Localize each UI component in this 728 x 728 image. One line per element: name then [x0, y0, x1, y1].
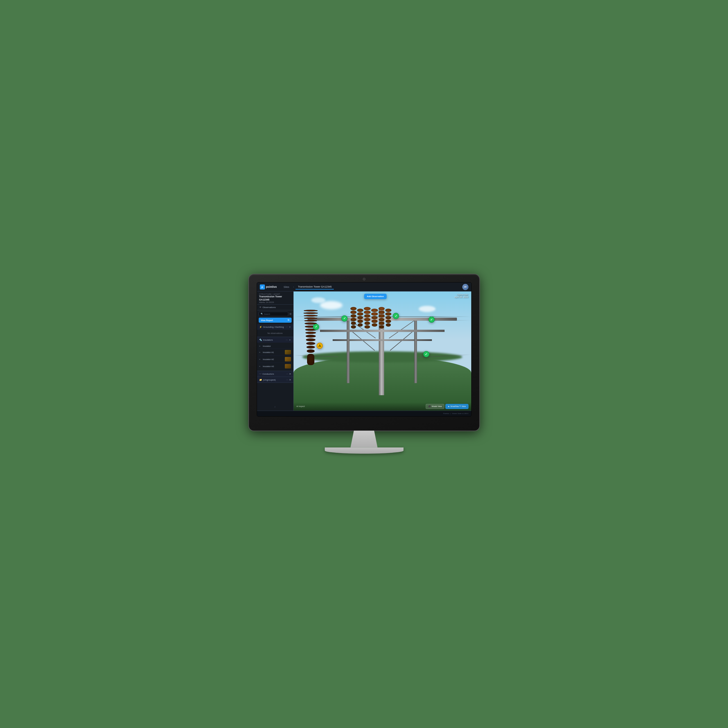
section-ungrouped-title: (Ungrouped): [263, 379, 286, 381]
viewport[interactable]: ✓ ✓ ⚠ ✓ ✓ ✓ Add Observation C: [294, 292, 471, 411]
smartnav-view-button[interactable]: ◈ SmartNav™ View: [445, 404, 468, 409]
section-ungrouped-header[interactable]: 📁 (Ungrouped) ··· ▶: [257, 377, 293, 382]
obs-marker-1[interactable]: ✓: [313, 324, 319, 330]
tower-scene: [294, 292, 471, 411]
model-view-button[interactable]: ⬛ Model View: [426, 404, 444, 409]
insulator-left: [302, 309, 323, 366]
section-insulators-header[interactable]: 🔩 Insulators ··· ▼: [257, 337, 293, 343]
section-insulators-body: ≡ Insulator ≡ Insulator A1 ≡: [257, 343, 293, 371]
section-grounding-actions[interactable]: ···: [286, 326, 288, 328]
obs-marker-warning[interactable]: ⚠: [317, 343, 323, 349]
obs-marker-4[interactable]: ✓: [429, 317, 435, 323]
section-ungrouped-icon: 📁: [259, 379, 262, 381]
section-grounding-body: No observations: [257, 330, 293, 337]
obs-marker-5[interactable]: ✓: [423, 351, 429, 357]
viewport-background: ✓ ✓ ⚠ ✓ ✓ ✓: [294, 292, 471, 411]
logo-icon: p: [260, 284, 265, 289]
observations-icon: 👁: [259, 306, 262, 309]
section-conductors-header[interactable]: 〰 Conductors ··· ▶: [257, 371, 293, 377]
view-report-label: View Report: [261, 319, 273, 321]
section-grounding-title: Grounding / Earthing: [263, 326, 286, 328]
screen: p pointivo Sites › Transmission Tower GA…: [257, 282, 472, 416]
section-insulators-icon: 🔩: [259, 339, 262, 341]
section-grounding-icon: ⚡: [259, 326, 262, 328]
tower-member-2: [414, 318, 417, 383]
sidebar-collapse[interactable]: ‹: [257, 403, 293, 411]
list-item-icon: ≡: [259, 366, 262, 367]
nav-current-tab[interactable]: Transmission Tower GA12345: [296, 284, 334, 289]
list-item-icon: ≡: [259, 358, 262, 360]
section-grounding-chevron: ▼: [289, 326, 291, 328]
add-observation-button[interactable]: Add Observation: [364, 294, 387, 299]
monitor-stand-neck: [347, 431, 381, 448]
nav-separator: ›: [293, 286, 294, 288]
section-conductors-icon: 〰: [259, 373, 262, 375]
list-item[interactable]: ≡ Insulator A1: [259, 349, 291, 356]
search-icon: 🔍: [261, 313, 263, 315]
asset-type-label: STRUCTURE / ASSET: [259, 293, 291, 295]
app: p pointivo Sites › Transmission Tower GA…: [257, 283, 471, 416]
section-ungrouped: 📁 (Ungrouped) ··· ▶: [257, 377, 293, 383]
avatar[interactable]: JD: [462, 284, 469, 290]
model-view-icon: ⬛: [428, 405, 431, 408]
view-report-button[interactable]: View Report ⧉: [259, 318, 291, 323]
observations-header: 👁 Observations: [257, 305, 293, 310]
list-item[interactable]: ≡ Insulator: [259, 344, 291, 349]
section-conductors: 〰 Conductors ··· ▶: [257, 371, 293, 377]
asset-name: Transmission Tower GA12345: [259, 295, 291, 301]
list-item-thumbnail: [285, 350, 291, 355]
section-ungrouped-actions[interactable]: ···: [286, 378, 288, 381]
list-item-text: Insulator A2: [263, 358, 285, 361]
list-item[interactable]: ≡ Insulator A2: [259, 356, 291, 363]
bottombar: Pointivo | Viewer Suite v1.100.0: [257, 411, 471, 416]
obs-marker-2[interactable]: ✓: [341, 315, 348, 321]
report-icon: ⧉: [288, 319, 289, 321]
section-grounding-header[interactable]: ⚡ Grounding / Earthing ··· ▼: [257, 324, 293, 330]
list-item-text: Insulator: [263, 345, 291, 347]
search-box[interactable]: 🔍 Search: [259, 312, 288, 316]
logo-text: pointivo: [266, 285, 277, 288]
topbar: p pointivo Sites › Transmission Tower GA…: [257, 283, 471, 292]
smartnav-view-icon: ◈: [448, 405, 449, 408]
section-insulators-chevron: ▼: [289, 339, 291, 341]
sidebar: STRUCTURE / ASSET Transmission Tower GA1…: [257, 292, 294, 411]
monitor-stand-base: [325, 448, 403, 454]
section-insulators-title: Insulators: [263, 339, 286, 341]
section-conductors-actions[interactable]: ···: [286, 372, 288, 375]
list-item-thumbnail: [285, 357, 291, 361]
monitor-bezel: p pointivo Sites › Transmission Tower GA…: [249, 274, 480, 431]
viewport-bottom-overlay: ⊕ Inspect ⬛ Model View ◈ SmartNav™ View: [294, 402, 471, 411]
section-conductors-title: Conductors: [263, 373, 286, 375]
list-item-icon: ≡: [259, 351, 262, 353]
list-item-text: Insulator A1: [263, 351, 285, 353]
section-insulators: 🔩 Insulators ··· ▼ ≡ Insulator: [257, 337, 293, 371]
section-conductors-chevron: ▶: [290, 373, 291, 375]
pointivo-brand: Pointivo: [443, 413, 449, 414]
insulator-cluster: [350, 310, 418, 325]
asset-location: Atlanta, GA 30226: [259, 301, 291, 303]
bottom-info: Pointivo | Viewer Suite v1.100.0: [443, 413, 468, 414]
section-insulators-actions[interactable]: ···: [286, 338, 288, 341]
no-observations-text: No observations: [259, 331, 291, 336]
list-item-icon: ≡: [259, 345, 262, 347]
list-item-thumbnail: [285, 364, 291, 369]
tower-member-1: [347, 318, 349, 383]
list-item[interactable]: ≡ Insulator A3: [259, 363, 291, 370]
smartnav-view-label: SmartNav™ View: [450, 405, 466, 407]
inspect-label[interactable]: ⊕ Inspect: [296, 405, 305, 408]
observations-title: Observations: [263, 306, 276, 309]
cloud: [419, 306, 435, 312]
view-mode-buttons: ⬛ Model View ◈ SmartNav™ View: [426, 404, 468, 409]
viewer-version: Viewer Suite v1.100.0: [452, 413, 468, 414]
filter-icon[interactable]: ⚙: [289, 312, 291, 315]
nav-sites[interactable]: Sites: [281, 285, 291, 289]
logo: p pointivo: [260, 284, 277, 289]
section-ungrouped-chevron: ▶: [290, 379, 291, 381]
model-view-label: Model View: [432, 405, 442, 407]
main-content: STRUCTURE / ASSET Transmission Tower GA1…: [257, 292, 471, 411]
bottom-separator: |: [451, 413, 451, 414]
tower-arm-2: [320, 330, 444, 332]
search-placeholder: Search: [264, 313, 270, 315]
search-row: 🔍 Search ⚙: [257, 310, 293, 318]
list-item-text: Insulator A3: [263, 365, 285, 368]
